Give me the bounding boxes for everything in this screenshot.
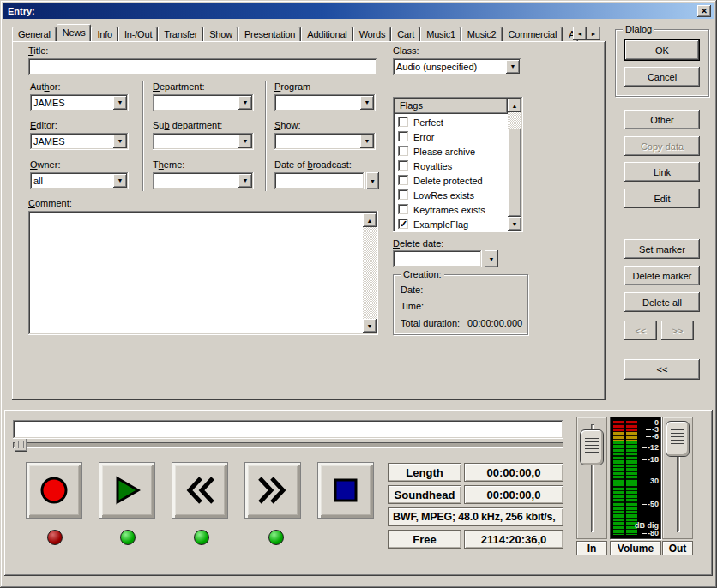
delete-date-dropdown-button[interactable]: ▼ [485, 250, 498, 267]
tab-info[interactable]: Info [91, 27, 118, 41]
record-button[interactable] [26, 462, 82, 519]
chevron-down-icon: ▼ [365, 135, 371, 148]
scroll-up-button[interactable]: ▲ [508, 99, 521, 112]
in-fader-thumb[interactable] [580, 429, 604, 465]
flag-label[interactable]: Please archive [413, 147, 475, 157]
tab-music2[interactable]: Music2 [461, 27, 503, 41]
comment-scrollbar[interactable]: ▲ ▼ [363, 213, 377, 333]
owner-dropdown-button[interactable]: ▼ [113, 174, 127, 188]
total-duration-value: 00:00:00.000 [467, 318, 522, 328]
close-button[interactable]: ✕ [697, 5, 711, 17]
play-button[interactable] [99, 462, 155, 519]
flags-scrollbar[interactable]: ▲ ▼ [508, 99, 521, 231]
editor-dropdown-button[interactable]: ▼ [113, 135, 127, 148]
delete-date-field[interactable] [393, 250, 482, 267]
tab-words[interactable]: Words [353, 27, 392, 41]
out-fader-thumb[interactable] [666, 421, 690, 457]
position-slider-track[interactable] [13, 442, 563, 448]
flag-label[interactable]: Error [413, 132, 434, 142]
column-separator [142, 81, 144, 191]
cancel-button[interactable]: Cancel [624, 67, 700, 87]
fast-forward-button[interactable] [244, 462, 301, 519]
position-slider-thumb[interactable] [15, 438, 27, 452]
scroll-down-button[interactable]: ▼ [363, 319, 377, 333]
tab-music1[interactable]: Music1 [420, 27, 461, 41]
tab-show[interactable]: Show [203, 27, 238, 41]
theme-dropdown-button[interactable]: ▼ [238, 174, 252, 188]
flag-checkbox-error[interactable] [398, 131, 409, 142]
rewind-button[interactable] [172, 462, 228, 519]
tab-cart[interactable]: Cart [391, 27, 420, 41]
flag-label[interactable]: Royalties [413, 161, 452, 171]
scroll-up-button[interactable]: ▲ [363, 213, 377, 227]
sub-department-combobox[interactable]: ▼ [153, 133, 254, 150]
edit-button[interactable]: Edit [624, 189, 700, 208]
other-button[interactable]: Other [624, 110, 700, 129]
sub-department-dropdown-button[interactable]: ▼ [238, 135, 252, 148]
flag-checkbox-please-archive[interactable] [398, 146, 409, 157]
department-combobox[interactable]: ▼ [153, 94, 254, 111]
class-value: Audio (unspecified) [396, 62, 477, 72]
delete-marker-button[interactable]: Delete marker [624, 266, 700, 285]
flag-checkbox-perfect[interactable] [398, 117, 409, 128]
theme-combobox[interactable]: ▼ [153, 172, 254, 189]
flag-label[interactable]: Keyframes exists [413, 205, 485, 215]
scrollbar-track[interactable] [363, 227, 377, 319]
class-dropdown-button[interactable]: ▼ [506, 60, 520, 74]
vu-green-segments [613, 441, 624, 535]
tab-presentation[interactable]: Presentation [238, 27, 301, 41]
tab-scroll-right-button[interactable]: ► [587, 27, 600, 40]
vu-scale-label: -50 [642, 501, 659, 507]
editor-combobox[interactable]: JAMES ▼ [30, 133, 129, 150]
ok-button[interactable]: OK [624, 39, 700, 61]
department-dropdown-button[interactable]: ▼ [238, 96, 252, 110]
soundhead-label: Soundhead [388, 485, 461, 504]
tab-transfer[interactable]: Transfer [158, 27, 203, 41]
flag-checkbox-delete-protected[interactable] [398, 175, 409, 186]
flag-label[interactable]: LowRes exists [413, 190, 474, 201]
edit-button-label: Edit [654, 194, 671, 204]
link-button[interactable]: Link [624, 162, 700, 182]
set-marker-button[interactable]: Set marker [624, 239, 700, 259]
scroll-down-button[interactable]: ▼ [508, 217, 521, 231]
show-combobox[interactable]: ▼ [274, 133, 376, 150]
class-combobox[interactable]: Audio (unspecified) ▼ [393, 58, 521, 75]
title-input[interactable] [28, 58, 377, 75]
author-dropdown-button[interactable]: ▼ [113, 96, 127, 110]
tab-scroll-left-button[interactable]: ◄ [573, 27, 587, 40]
flag-checkbox-exampleflag[interactable]: ✓ [398, 219, 409, 230]
comment-textarea[interactable] [28, 211, 378, 335]
date-of-broadcast-field[interactable] [274, 172, 365, 189]
flag-label[interactable]: Perfect [413, 117, 443, 128]
window-title: Entry: [3, 6, 35, 16]
vu-meter: 0 -3 -6 -12 -18 30 -50 dB dig -80 [610, 417, 661, 539]
flags-header[interactable]: Flags [395, 99, 508, 114]
tab-news[interactable]: News [57, 24, 92, 41]
program-combobox[interactable]: ▼ [274, 94, 376, 111]
stop-button[interactable] [317, 462, 374, 519]
tab-in-out[interactable]: In-/Out [118, 27, 158, 41]
flag-label[interactable]: Delete protected [413, 176, 483, 186]
show-dropdown-button[interactable]: ▼ [360, 135, 374, 148]
flag-checkbox-lowres-exists[interactable] [398, 189, 409, 201]
program-dropdown-button[interactable]: ▼ [360, 96, 374, 110]
chevron-down-icon: ▼ [365, 96, 371, 110]
arrow-down-icon: ▼ [367, 323, 373, 329]
tab-general[interactable]: General [12, 27, 57, 41]
tab-additional[interactable]: Additional [301, 27, 352, 41]
stop-icon [329, 474, 362, 507]
flag-checkbox-keyframes-exists[interactable] [398, 204, 409, 215]
date-of-broadcast-label: Date of broadcast: [274, 159, 352, 170]
titlebar[interactable]: Entry: ✕ [3, 3, 714, 19]
collapse-button[interactable]: << [624, 359, 700, 380]
scrollbar-thumb[interactable] [508, 129, 521, 217]
copy-data-button: Copy data [624, 136, 700, 156]
program-label: Program [274, 81, 310, 92]
delete-all-button[interactable]: Delete all [624, 292, 700, 312]
owner-combobox[interactable]: all ▼ [30, 172, 129, 189]
flag-checkbox-royalties[interactable] [398, 160, 409, 171]
author-combobox[interactable]: JAMES ▼ [30, 94, 129, 111]
flag-label[interactable]: ExampleFlag [413, 219, 468, 230]
date-of-broadcast-dropdown-button[interactable]: ▼ [366, 172, 379, 189]
tab-commercial[interactable]: Commercial [503, 27, 563, 41]
